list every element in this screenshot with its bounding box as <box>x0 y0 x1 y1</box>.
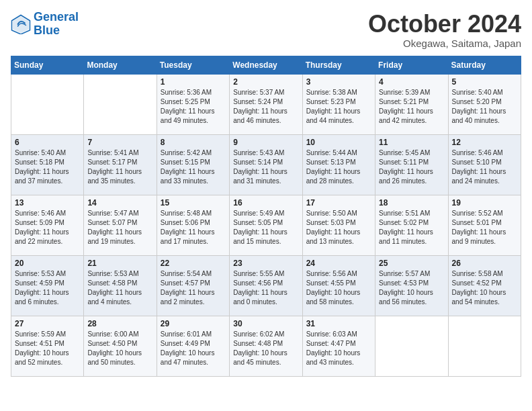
day-info: Sunrise: 5:54 AMSunset: 4:57 PMDaylight:… <box>161 269 226 307</box>
day-number: 1 <box>161 77 226 87</box>
calendar-cell: 18Sunrise: 5:51 AMSunset: 5:02 PMDayligh… <box>375 195 448 255</box>
weekday-header-wednesday: Wednesday <box>230 56 302 74</box>
logo-line2: Blue <box>34 24 60 37</box>
logo-line1: General <box>34 10 79 24</box>
weekday-header-saturday: Saturday <box>448 56 521 74</box>
day-number: 31 <box>306 319 371 328</box>
day-info: Sunrise: 5:53 AMSunset: 4:59 PMDaylight:… <box>15 269 80 307</box>
title-area: October 2024 Okegawa, Saitama, Japan <box>368 11 521 49</box>
day-number: 30 <box>233 319 298 328</box>
day-info: Sunrise: 5:52 AMSunset: 5:01 PMDaylight:… <box>452 209 517 246</box>
calendar-cell: 2Sunrise: 5:37 AMSunset: 5:24 PMDaylight… <box>230 74 302 134</box>
day-number: 12 <box>452 138 517 147</box>
day-info: Sunrise: 6:00 AMSunset: 4:50 PMDaylight:… <box>87 330 152 367</box>
day-number: 7 <box>87 138 152 147</box>
day-info: Sunrise: 5:46 AMSunset: 5:10 PMDaylight:… <box>452 148 517 186</box>
day-info: Sunrise: 5:47 AMSunset: 5:07 PMDaylight:… <box>87 209 152 246</box>
day-number: 4 <box>379 77 444 87</box>
day-number: 2 <box>233 77 298 87</box>
calendar-cell: 29Sunrise: 6:01 AMSunset: 4:49 PMDayligh… <box>157 316 229 376</box>
calendar-cell: 17Sunrise: 5:50 AMSunset: 5:03 PMDayligh… <box>302 195 375 255</box>
day-number: 24 <box>306 259 371 268</box>
logo: General Blue <box>11 11 79 38</box>
calendar-cell: 26Sunrise: 5:58 AMSunset: 4:52 PMDayligh… <box>448 255 521 316</box>
calendar-cell: 23Sunrise: 5:55 AMSunset: 4:56 PMDayligh… <box>230 255 302 316</box>
calendar-cell: 25Sunrise: 5:57 AMSunset: 4:53 PMDayligh… <box>375 255 448 316</box>
calendar-cell: 13Sunrise: 5:46 AMSunset: 5:09 PMDayligh… <box>11 195 84 255</box>
day-number: 17 <box>306 198 371 208</box>
calendar-cell <box>448 316 521 376</box>
day-number: 8 <box>161 138 226 147</box>
calendar-week-5: 27Sunrise: 5:59 AMSunset: 4:51 PMDayligh… <box>11 316 521 376</box>
calendar-cell: 10Sunrise: 5:44 AMSunset: 5:13 PMDayligh… <box>302 134 375 195</box>
day-number: 3 <box>306 77 371 87</box>
day-info: Sunrise: 5:36 AMSunset: 5:25 PMDaylight:… <box>161 88 226 126</box>
day-info: Sunrise: 5:55 AMSunset: 4:56 PMDaylight:… <box>233 269 298 307</box>
weekday-header-sunday: Sunday <box>11 56 84 74</box>
calendar-cell: 11Sunrise: 5:45 AMSunset: 5:11 PMDayligh… <box>375 134 448 195</box>
day-info: Sunrise: 5:45 AMSunset: 5:11 PMDaylight:… <box>379 148 444 186</box>
calendar-cell: 1Sunrise: 5:36 AMSunset: 5:25 PMDaylight… <box>157 74 229 134</box>
calendar-cell: 12Sunrise: 5:46 AMSunset: 5:10 PMDayligh… <box>448 134 521 195</box>
day-info: Sunrise: 5:43 AMSunset: 5:14 PMDaylight:… <box>233 148 298 186</box>
day-number: 11 <box>379 138 444 147</box>
calendar-cell: 30Sunrise: 6:02 AMSunset: 4:48 PMDayligh… <box>230 316 302 376</box>
calendar-cell <box>11 74 84 134</box>
logo-icon <box>11 14 31 34</box>
day-number: 23 <box>233 259 298 268</box>
day-info: Sunrise: 6:03 AMSunset: 4:47 PMDaylight:… <box>306 330 371 367</box>
day-number: 26 <box>452 259 517 268</box>
calendar-cell: 24Sunrise: 5:56 AMSunset: 4:55 PMDayligh… <box>302 255 375 316</box>
calendar-week-3: 13Sunrise: 5:46 AMSunset: 5:09 PMDayligh… <box>11 195 521 255</box>
day-info: Sunrise: 5:41 AMSunset: 5:17 PMDaylight:… <box>87 148 152 186</box>
day-info: Sunrise: 6:02 AMSunset: 4:48 PMDaylight:… <box>233 330 298 367</box>
day-number: 15 <box>161 198 226 208</box>
day-info: Sunrise: 5:53 AMSunset: 4:58 PMDaylight:… <box>87 269 152 307</box>
calendar-cell: 3Sunrise: 5:38 AMSunset: 5:23 PMDaylight… <box>302 74 375 134</box>
calendar-cell: 8Sunrise: 5:42 AMSunset: 5:15 PMDaylight… <box>157 134 229 195</box>
day-info: Sunrise: 5:40 AMSunset: 5:20 PMDaylight:… <box>452 88 517 126</box>
day-info: Sunrise: 5:49 AMSunset: 5:05 PMDaylight:… <box>233 209 298 246</box>
calendar-cell: 6Sunrise: 5:40 AMSunset: 5:18 PMDaylight… <box>11 134 84 195</box>
day-info: Sunrise: 5:40 AMSunset: 5:18 PMDaylight:… <box>15 148 80 186</box>
day-info: Sunrise: 5:59 AMSunset: 4:51 PMDaylight:… <box>15 330 80 367</box>
weekday-header-tuesday: Tuesday <box>157 56 229 74</box>
day-number: 16 <box>233 198 298 208</box>
day-info: Sunrise: 5:46 AMSunset: 5:09 PMDaylight:… <box>15 209 80 246</box>
calendar-cell: 27Sunrise: 5:59 AMSunset: 4:51 PMDayligh… <box>11 316 84 376</box>
weekday-header-row: SundayMondayTuesdayWednesdayThursdayFrid… <box>11 56 521 74</box>
day-info: Sunrise: 5:48 AMSunset: 5:06 PMDaylight:… <box>161 209 226 246</box>
logo-text: General Blue <box>34 11 79 38</box>
day-number: 18 <box>379 198 444 208</box>
day-number: 28 <box>87 319 152 328</box>
calendar-cell: 5Sunrise: 5:40 AMSunset: 5:20 PMDaylight… <box>448 74 521 134</box>
day-info: Sunrise: 5:57 AMSunset: 4:53 PMDaylight:… <box>379 269 444 307</box>
weekday-header-friday: Friday <box>375 56 448 74</box>
day-number: 21 <box>87 259 152 268</box>
calendar-cell <box>375 316 448 376</box>
calendar-week-1: 1Sunrise: 5:36 AMSunset: 5:25 PMDaylight… <box>11 74 521 134</box>
day-info: Sunrise: 5:39 AMSunset: 5:21 PMDaylight:… <box>379 88 444 126</box>
day-number: 22 <box>161 259 226 268</box>
day-info: Sunrise: 5:37 AMSunset: 5:24 PMDaylight:… <box>233 88 298 126</box>
day-number: 25 <box>379 259 444 268</box>
calendar-cell: 21Sunrise: 5:53 AMSunset: 4:58 PMDayligh… <box>84 255 157 316</box>
day-info: Sunrise: 5:42 AMSunset: 5:15 PMDaylight:… <box>161 148 226 186</box>
calendar-cell: 19Sunrise: 5:52 AMSunset: 5:01 PMDayligh… <box>448 195 521 255</box>
calendar-cell: 31Sunrise: 6:03 AMSunset: 4:47 PMDayligh… <box>302 316 375 376</box>
page-header: General Blue October 2024 Okegawa, Saita… <box>11 11 521 49</box>
day-info: Sunrise: 5:44 AMSunset: 5:13 PMDaylight:… <box>306 148 371 186</box>
calendar-cell: 9Sunrise: 5:43 AMSunset: 5:14 PMDaylight… <box>230 134 302 195</box>
day-info: Sunrise: 5:50 AMSunset: 5:03 PMDaylight:… <box>306 209 371 246</box>
calendar-week-4: 20Sunrise: 5:53 AMSunset: 4:59 PMDayligh… <box>11 255 521 316</box>
day-info: Sunrise: 6:01 AMSunset: 4:49 PMDaylight:… <box>161 330 226 367</box>
calendar-cell: 22Sunrise: 5:54 AMSunset: 4:57 PMDayligh… <box>157 255 229 316</box>
calendar-cell: 20Sunrise: 5:53 AMSunset: 4:59 PMDayligh… <box>11 255 84 316</box>
day-number: 5 <box>452 77 517 87</box>
weekday-header-monday: Monday <box>84 56 157 74</box>
calendar-cell: 15Sunrise: 5:48 AMSunset: 5:06 PMDayligh… <box>157 195 229 255</box>
day-number: 14 <box>87 198 152 208</box>
day-number: 20 <box>15 259 80 268</box>
location-title: Okegawa, Saitama, Japan <box>368 38 521 49</box>
day-number: 10 <box>306 138 371 147</box>
